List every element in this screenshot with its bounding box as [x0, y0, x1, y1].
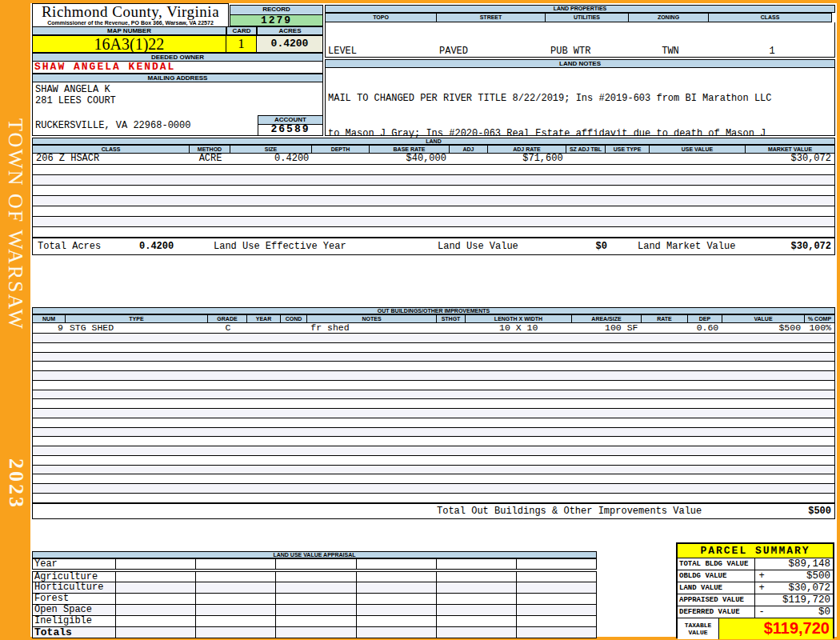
out-buildings-cell [437, 323, 466, 333]
land-empty-row [32, 165, 835, 175]
land-use-appraisal-cell [517, 594, 596, 604]
parcel-summary-row: DEFERRED VALUE-$0 [678, 606, 833, 618]
land-use-appraisal-cell [517, 572, 596, 582]
parcel-summary-row-operator [755, 558, 768, 570]
land-cell: $30,072 [745, 154, 834, 164]
land-use-appraisal-cell [116, 594, 196, 604]
land-market-value: $30,072 [791, 238, 831, 254]
land-use-appraisal-cell [196, 594, 276, 604]
land-use-appraisal-cell [517, 627, 596, 638]
land-use-effective-year-label: Land Use Effective Year [214, 238, 346, 254]
parcel-summary-row-operator: + [755, 582, 768, 594]
land-properties-header-cell: TOPO [325, 13, 437, 22]
out-buildings-empty-row [32, 390, 835, 400]
land-use-appraisal-cell [196, 627, 276, 638]
land-use-appraisal-cell [116, 572, 196, 582]
record-value: 1279 [230, 15, 323, 26]
land-properties-headers: TOPOSTREETUTILITIESZONINGCLASS [325, 13, 835, 22]
land-properties-header-cell: UTILITIES [546, 13, 629, 22]
land-empty-row [32, 196, 835, 206]
acres-label: ACRES [257, 26, 323, 35]
out-buildings-empty-row [32, 343, 835, 353]
out-buildings-total-value: $500 [808, 504, 831, 518]
out-buildings-header-cell: % COMP [805, 314, 835, 323]
land-properties-header-cell: STREET [437, 13, 546, 22]
property-record-card: Richmond County, Virginia Commissioner o… [30, 3, 837, 637]
land-use-appraisal-table: LAND USE VALUE APPRAISAL YearAgriculture… [32, 551, 597, 638]
parcel-summary-row-value: $30,072 [768, 582, 833, 594]
land-use-appraisal-cell [437, 616, 517, 626]
land-properties-values: LEVEL PAVED 100 + FEET PAVED PUB WTR PUB… [325, 22, 835, 58]
land-use-appraisal-cell [196, 582, 276, 593]
parcel-summary-row-operator [755, 594, 768, 606]
land-use-appraisal-cell [276, 582, 356, 593]
commissioner-line: Commissioner of the Revenue, PO Box 366,… [33, 20, 228, 26]
land-use-appraisal-cell [116, 582, 196, 593]
land-use-appraisal-row: Open Space [32, 605, 597, 616]
land-use-appraisal-cell [357, 559, 437, 569]
out-buildings-header-cell: NUM [32, 314, 66, 323]
land-table-body: 206 Z HSACRACRE0.4200$40,000$71,600$30,0… [32, 154, 835, 238]
land-header-cell: SZ ADJ TBL [566, 145, 606, 154]
out-buildings-empty-row [32, 484, 835, 494]
land-use-appraisal-cell [357, 616, 437, 626]
out-buildings-table: OUT BUILDINGS/OTHER IMPROVEMENTS NUMTYPE… [32, 307, 835, 519]
parcel-summary-row-label: LAND VALUE [678, 582, 755, 594]
parcel-summary-row-value: $119,720 [768, 594, 833, 606]
land-use-appraisal-row: Totals [32, 627, 597, 638]
land-header-cell: ADJ [450, 145, 488, 154]
parcel-summary-title: PARCEL SUMMARY [678, 544, 833, 558]
land-use-value: $0 [577, 238, 607, 254]
land-header-cell: ADJ RATE [488, 145, 566, 154]
land-table-title: LAND [32, 138, 835, 145]
out-buildings-headers: NUMTYPEGRADEYEARCONDNOTESSTHGTLENGTH X W… [32, 314, 835, 323]
land-header-cell: CLASS [32, 145, 190, 154]
land-use-appraisal-row: Ineligible [32, 616, 597, 627]
land-use-appraisal-cell [437, 559, 517, 569]
land-empty-row [32, 175, 835, 186]
land-use-appraisal-row: Horticulture [32, 582, 597, 594]
out-buildings-cell [281, 323, 307, 333]
land-properties-header-cell: CLASS [709, 13, 832, 22]
land-use-appraisal-cell [196, 559, 276, 569]
land-cell [649, 154, 745, 164]
out-buildings-empty-row [32, 474, 835, 484]
out-buildings-header-cell: LENGTH X WIDTH [466, 314, 572, 323]
land-use-appraisal-cell [196, 605, 276, 615]
land-header-cell: USE TYPE [606, 145, 650, 154]
sidebar-town-label: TOWN OF WARSAW [3, 118, 27, 330]
sidebar-year-label: 2023 [4, 458, 28, 510]
out-buildings-header-cell: GRADE [208, 314, 247, 323]
parcel-summary-row-value: $89,148 [768, 558, 833, 570]
taxable-value: $119,720 [719, 618, 833, 639]
land-use-appraisal-row-label: Forest [33, 594, 116, 604]
land-empty-row [32, 227, 835, 238]
land-use-appraisal-cell [437, 627, 517, 638]
land-properties-title: LAND PROPERTIES [325, 5, 835, 13]
taxable-value-label: TAXABLEVALUE [678, 618, 719, 639]
land-use-appraisal-cell [276, 559, 356, 569]
land-header-cell: BASE RATE [370, 145, 450, 154]
land-use-appraisal-row-label: Year [33, 559, 116, 569]
card-label: CARD [226, 26, 257, 35]
land-use-appraisal-cell [276, 616, 356, 626]
out-buildings-title: OUT BUILDINGS/OTHER IMPROVEMENTS [32, 307, 835, 314]
total-acres-value: 0.4200 [139, 238, 174, 254]
out-buildings-row: 9STG SHEDCfr shed10 X 10100 SF0.60$50010… [32, 323, 835, 334]
out-buildings-cell: 10 X 10 [466, 323, 572, 333]
land-header-cell: DEPTH [312, 145, 370, 154]
land-use-appraisal-cell [357, 627, 437, 638]
land-use-appraisal-cell [517, 559, 596, 569]
land-use-appraisal-cell [517, 605, 596, 615]
deeded-owner-value: SHAW ANGELA KENDAL [32, 62, 323, 74]
card-value: 1 [226, 35, 257, 53]
land-use-appraisal-cell [116, 605, 196, 615]
land-use-appraisal-cell [276, 572, 356, 582]
land-cell [566, 154, 606, 164]
parcel-summary-row-label: APPRAISED VALUE [678, 594, 755, 606]
out-buildings-empty-row [32, 381, 835, 390]
out-buildings-header-cell: AREA/SIZE [572, 314, 642, 323]
out-buildings-empty-row [32, 334, 835, 343]
land-properties-header-cell: ZONING [629, 13, 709, 22]
land-use-appraisal-cell [357, 594, 437, 604]
